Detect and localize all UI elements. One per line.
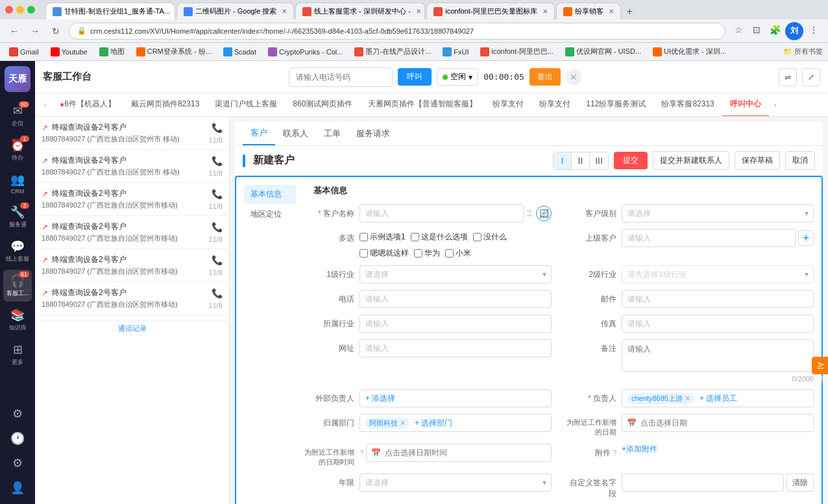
checkbox-item-2[interactable]: 这是什么选项 xyxy=(411,232,468,243)
expand-icon[interactable]: ⤢ xyxy=(802,68,820,86)
close-call-icon[interactable]: ✕ xyxy=(566,69,581,85)
add-attachment-btn[interactable]: +添加附件 xyxy=(622,444,657,453)
website-input[interactable] xyxy=(359,339,552,357)
affiliated-industry-input[interactable] xyxy=(359,315,552,333)
submit-button[interactable]: 提交 xyxy=(614,152,648,169)
call-history-btn[interactable]: 通话记录 xyxy=(35,320,229,336)
view-btn-1[interactable]: I xyxy=(554,152,572,169)
refresh-btn[interactable]: ↻ xyxy=(48,23,64,39)
bookmark-maps[interactable]: 地图 xyxy=(95,45,128,58)
nav-tab-tianyan[interactable]: 天雁网页插件【普通智能客服】 xyxy=(360,93,485,117)
bookmark-iconfont[interactable]: iconfont-阿里巴巴... xyxy=(476,45,557,58)
year-limit-select[interactable]: 请选择 xyxy=(359,474,552,492)
nav-tab-860[interactable]: 860测试网页插件 xyxy=(285,93,360,117)
bookmark-gmail[interactable]: Gmail xyxy=(5,46,43,58)
phone-input[interactable] xyxy=(359,290,552,308)
dept-tag-close[interactable]: ✕ xyxy=(400,419,406,427)
custom-sign-input[interactable] xyxy=(622,474,784,492)
tab-close-btn[interactable]: ✕ xyxy=(416,8,421,15)
bookmark-fxui[interactable]: FxUI xyxy=(439,46,472,58)
bookmark-uisdc[interactable]: 优设网官网 - UISD... xyxy=(561,45,645,58)
minimize-icon[interactable]: ⇌ xyxy=(779,68,797,86)
tab-close-btn[interactable]: ✕ xyxy=(609,8,614,15)
nav-tab-fxpay[interactable]: 纷享支付 xyxy=(485,93,531,117)
tab-service-request[interactable]: 服务请求 xyxy=(348,123,398,145)
checkbox-5[interactable] xyxy=(414,249,422,258)
customer-level-select[interactable]: 请选择 xyxy=(622,204,814,222)
choose-dept-btn[interactable]: + 选择部门 xyxy=(415,418,452,429)
checkbox-6[interactable] xyxy=(445,249,454,258)
new-tab-btn[interactable]: + xyxy=(622,4,638,19)
nav-location[interactable]: 地区定位 xyxy=(244,205,296,224)
sidebar-item-knowledge[interactable]: 📚 知识库 xyxy=(3,304,32,336)
nav-tab-robot[interactable]: ● 6件【机器人】 xyxy=(52,93,123,117)
checkbox-item-3[interactable]: 没什么 xyxy=(473,232,507,243)
contact-item[interactable]: ↗ 终端查询设备2号客户 📞 18807849027 (广西壮族自治区贺州市移动… xyxy=(35,282,229,315)
customer-icon-btn[interactable]: 🔄 xyxy=(536,206,552,221)
browser-tab-2[interactable]: 二维码图片 - Google 搜索 ✕ xyxy=(177,3,294,19)
nearby-datetime-input[interactable] xyxy=(366,444,552,462)
cancel-button[interactable]: 取消 xyxy=(785,151,815,170)
owner-input[interactable]: chenty8685上游 ✕ + 选择员工 xyxy=(622,389,814,407)
contact-item[interactable]: ↗ 终端查询设备2号客户 📞 18807849027 (广西壮族自治区贺州市 移… xyxy=(35,150,229,183)
menu-btn[interactable]: ⋮ xyxy=(806,22,822,38)
browser-tab-4[interactable]: iconfont-阿里巴巴矢量图标库 ✕ xyxy=(426,3,554,19)
checkbox-1[interactable] xyxy=(359,233,368,241)
sidebar-item-waiting[interactable]: ⏰ 待办 1 xyxy=(3,134,32,166)
nav-tab-channel[interactable]: 渠道门户线上客服 xyxy=(207,93,285,117)
checkbox-item-6[interactable]: 小米 xyxy=(445,248,471,259)
sidebar-item-settings[interactable]: ⚙ xyxy=(3,452,32,474)
tab-close-btn[interactable]: ✕ xyxy=(542,8,548,15)
nav-tab-daiyun[interactable]: 戴云网页插件82313 xyxy=(123,93,207,117)
screenshot-btn[interactable]: ⊡ xyxy=(749,22,764,38)
checkbox-2[interactable] xyxy=(411,233,419,241)
parent-customer-input[interactable] xyxy=(622,229,796,247)
nav-basic-info[interactable]: 基本信息 xyxy=(244,185,296,204)
fax-input[interactable] xyxy=(622,315,814,333)
tab-customer[interactable]: 客户 xyxy=(243,122,275,145)
sidebar-item-online[interactable]: 💬 线上客服 xyxy=(3,235,32,267)
browser-tab-1[interactable]: 甘特图-制造行业组1_服务通-TA... ✕ xyxy=(45,3,175,19)
checkbox-item-5[interactable]: 华为 xyxy=(414,248,440,259)
contact-item[interactable]: ↗ 终端查询设备2号客户 📞 18807849027 (广西壮族自治区贺州市移动… xyxy=(35,249,229,282)
sign-out-button[interactable]: 签出 xyxy=(530,68,561,86)
remark-textarea[interactable] xyxy=(622,339,814,372)
status-select[interactable]: 空闲 ▾ xyxy=(437,68,478,86)
nav-next-arrow[interactable]: › xyxy=(769,99,782,112)
sidebar-item-mail[interactable]: ✉ 企信 90 xyxy=(3,100,32,132)
sidebar-item-more[interactable]: ⊞ 更多 xyxy=(3,339,32,370)
bookmark-youtube[interactable]: Youtube xyxy=(47,46,91,58)
nav-tab-callcenter[interactable]: 呼叫中心 xyxy=(722,93,769,117)
bookmark-btn[interactable]: ☆ xyxy=(731,22,746,38)
bookmark-crm[interactable]: CRM登录系统 - 纷... xyxy=(132,45,215,58)
tab-contact[interactable]: 联系人 xyxy=(275,123,316,145)
all-bookmarks-label[interactable]: 📁 所有书签 xyxy=(783,47,823,56)
department-input[interactable]: 阿雨科技 ✕ + 选择部门 xyxy=(359,414,552,432)
nearby-date-input[interactable] xyxy=(622,414,814,432)
contact-item[interactable]: ↗ 终端查询设备2号客户 📞 18807849027 (广西壮族自治区贺州市移动… xyxy=(35,183,229,216)
forward-btn[interactable]: → xyxy=(27,23,43,39)
owner-tag-close[interactable]: ✕ xyxy=(685,394,690,403)
sidebar-item-crm[interactable]: 👥 CRM xyxy=(3,169,32,198)
profile-btn[interactable]: 刘 xyxy=(785,22,803,40)
checkbox-item-4[interactable]: 嗯嗯就这样 xyxy=(359,248,409,259)
tab-close-btn[interactable]: ✕ xyxy=(282,8,287,15)
back-btn[interactable]: ← xyxy=(6,23,22,39)
minimize-window-btn[interactable] xyxy=(16,6,24,14)
bookmark-scadat[interactable]: Scadat xyxy=(219,46,260,58)
call-button[interactable]: 呼叫 xyxy=(398,68,432,86)
bookmark-ui-shenzhen[interactable]: UI优化需求 - 深圳... xyxy=(649,45,730,58)
save-button[interactable]: 保存草稿 xyxy=(735,151,780,170)
ai-assistant-btn[interactable]: AI助手 xyxy=(812,357,828,374)
phone-input[interactable] xyxy=(289,67,393,87)
clear-btn[interactable]: 清除 xyxy=(786,474,814,492)
bookmark-modao[interactable]: 墨刀-在线产品设计... xyxy=(350,45,435,58)
extension-btn[interactable]: 🧩 xyxy=(767,22,783,38)
sidebar-item-user[interactable]: 👤 xyxy=(3,477,32,499)
view-btn-3[interactable]: III xyxy=(590,152,608,169)
customer-name-input[interactable] xyxy=(359,204,524,222)
nav-prev-arrow[interactable]: ‹ xyxy=(39,99,52,112)
tab-workorder[interactable]: 工单 xyxy=(316,123,348,145)
browser-tab-3[interactable]: 线上客服需求 - 深圳研发中心 - ✕ xyxy=(295,3,425,19)
add-external-owner-btn[interactable]: + 添选择 xyxy=(365,393,395,404)
